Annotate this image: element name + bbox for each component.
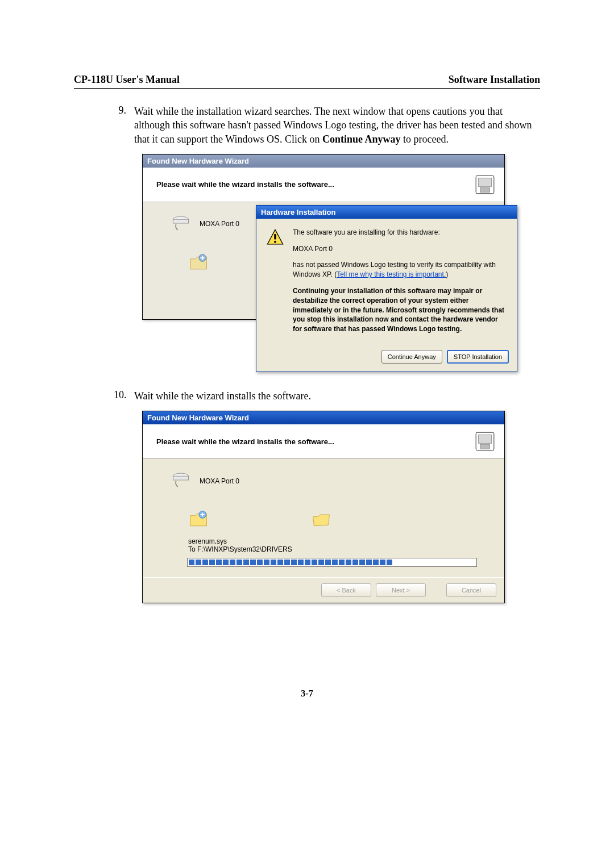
file-dest: To F:\WINXP\System32\DRIVERS (188, 545, 493, 553)
wizard-header: Please wait while the wizard installs th… (143, 168, 504, 202)
svg-rect-12 (173, 476, 188, 480)
svg-rect-4 (173, 219, 188, 223)
popup-buttons: Continue Anyway STOP Installation (256, 345, 517, 372)
popup-text: The software you are installing for this… (293, 228, 508, 341)
folder-dest-icon (311, 510, 331, 532)
page-number: 3-7 (74, 688, 540, 699)
step-text: Wait while the wizard installs the softw… (134, 389, 540, 403)
file-details: serenum.sys To F:\WINXP\System32\DRIVERS (188, 537, 493, 553)
svg-rect-6 (274, 234, 276, 239)
folder-source-icon (188, 510, 209, 532)
device-label: MOXA Port 0 (200, 220, 239, 228)
cancel-button: Cancel (446, 583, 496, 597)
svg-rect-10 (480, 444, 490, 449)
wizard-titlebar: Found New Hardware Wizard (143, 155, 504, 168)
popup-device: MOXA Port 0 (293, 244, 508, 254)
file-name: serenum.sys (188, 537, 493, 545)
step-number: 9. (114, 105, 134, 146)
hardware-icon (474, 173, 496, 196)
step-text: Wait while the installation wizard searc… (134, 105, 540, 146)
popup-body: The software you are installing for this… (256, 219, 517, 345)
wizard-header-title: Please wait while the wizard installs th… (156, 180, 334, 189)
warning-icon (265, 228, 285, 341)
wizard-header: Please wait while the wizard installs th… (143, 424, 504, 459)
step-text-part: to proceed. (400, 133, 448, 145)
popup-text-segment: ) (446, 270, 448, 278)
dialog-area-1: Found New Hardware Wizard Please wait wh… (142, 154, 540, 375)
step-10: 10. Wait while the wizard installs the s… (114, 389, 540, 403)
device-row: MOXA Port 0 (171, 470, 493, 491)
svg-rect-9 (478, 435, 491, 444)
step-text-part: Wait while the wizard installs the softw… (134, 390, 311, 402)
page-header: CP-118U User's Manual Software Installat… (74, 74, 540, 89)
svg-rect-2 (480, 187, 490, 192)
next-button: Next > (376, 583, 426, 597)
svg-rect-7 (274, 241, 276, 243)
step-number: 10. (114, 389, 134, 403)
copy-row (188, 510, 493, 532)
continue-anyway-button[interactable]: Continue Anyway (381, 350, 442, 364)
popup-warning-bold: Continuing your installation of this sof… (293, 286, 508, 334)
popup-titlebar: Hardware Installation (256, 206, 517, 219)
popup-logo-line: has not passed Windows Logo testing to v… (293, 260, 508, 279)
svg-rect-1 (478, 178, 491, 186)
header-left: CP-118U User's Manual (74, 74, 180, 86)
header-right: Software Installation (449, 74, 540, 86)
progress-bar (187, 558, 477, 567)
popup-line-1: The software you are installing for this… (293, 228, 508, 237)
dialog-area-2: Found New Hardware Wizard Please wait wh… (142, 411, 540, 603)
step-text-bold: Continue Anyway (322, 133, 401, 145)
found-new-hardware-wizard-2: Found New Hardware Wizard Please wait wh… (142, 411, 505, 603)
hardware-installation-popup: Hardware Installation The software you a… (256, 205, 517, 372)
device-label: MOXA Port 0 (200, 477, 239, 485)
step-9: 9. Wait while the installation wizard se… (114, 105, 540, 146)
logo-testing-link[interactable]: Tell me why this testing is important. (337, 270, 446, 278)
wizard-body: MOXA Port 0 serenum.sys To F:\WINXP\Syst… (143, 459, 504, 577)
port-icon (171, 214, 190, 235)
hardware-icon (474, 430, 496, 453)
wizard-titlebar: Found New Hardware Wizard (143, 411, 504, 424)
port-icon (171, 470, 190, 491)
folder-source-icon (188, 253, 209, 275)
wizard-header-title: Please wait while the wizard installs th… (156, 437, 334, 446)
stop-installation-button[interactable]: STOP Installation (447, 350, 509, 364)
button-row: < Back Next > Cancel (143, 577, 504, 603)
back-button: < Back (321, 583, 371, 597)
